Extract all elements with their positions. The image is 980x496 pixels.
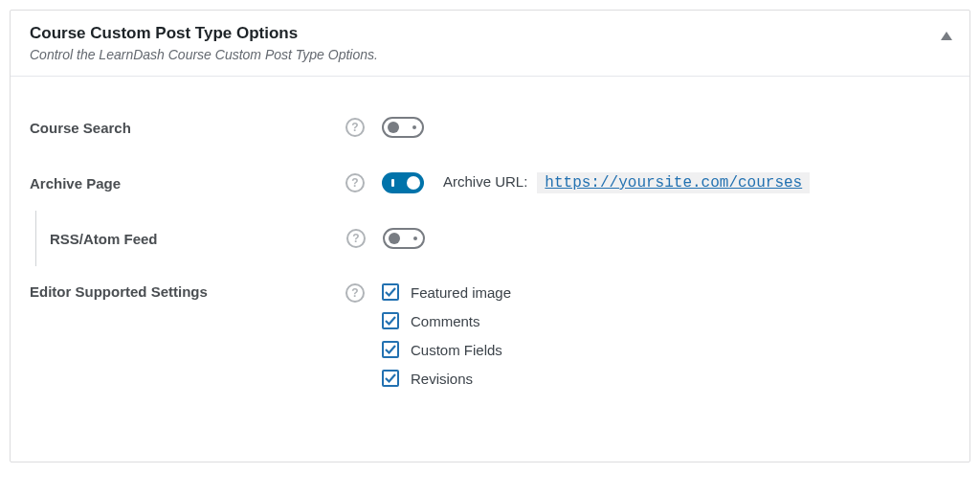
toggle-dot xyxy=(413,237,417,240)
toggle-dot xyxy=(412,125,416,129)
checkbox-comments[interactable] xyxy=(382,312,399,329)
toggle-knob xyxy=(389,233,400,244)
check-icon xyxy=(385,372,396,384)
row-editor-settings: Editor Supported Settings ? Featured ima… xyxy=(30,266,950,404)
settings-panel: Course Custom Post Type Options Control … xyxy=(10,10,970,462)
check-label: Revisions xyxy=(411,371,473,387)
toggle-course-search[interactable] xyxy=(382,117,424,138)
checkbox-list: Featured image Comments Custom Fields xyxy=(382,283,511,387)
help-icon[interactable]: ? xyxy=(345,173,365,192)
row-rss-feed: RSS/Atom Feed ? xyxy=(35,211,950,266)
row-course-search: Course Search ? xyxy=(30,100,950,155)
panel-header: Course Custom Post Type Options Control … xyxy=(11,11,969,77)
toggle-rss-feed[interactable] xyxy=(383,228,425,249)
label-course-search: Course Search xyxy=(30,120,345,136)
archive-url-link[interactable]: https://yoursite.com/courses xyxy=(537,172,810,193)
check-item-custom-fields: Custom Fields xyxy=(382,341,511,358)
check-label: Comments xyxy=(411,313,480,329)
help-icon[interactable]: ? xyxy=(346,229,366,248)
archive-url-label: Archive URL: xyxy=(443,173,527,190)
help-icon[interactable]: ? xyxy=(345,283,365,303)
checkbox-custom-fields[interactable] xyxy=(382,341,399,358)
row-archive-page: Archive Page ? Archive URL: https://your… xyxy=(30,155,950,211)
check-icon xyxy=(385,315,396,327)
collapse-icon[interactable] xyxy=(941,32,952,40)
checkbox-featured-image[interactable] xyxy=(382,283,399,301)
toggle-knob xyxy=(407,176,420,190)
toggle-knob xyxy=(388,122,399,133)
toggle-indicator xyxy=(391,179,394,187)
check-label: Custom Fields xyxy=(411,342,502,358)
toggle-archive-page[interactable] xyxy=(382,172,424,193)
label-archive-page: Archive Page xyxy=(30,175,345,192)
label-rss-feed: RSS/Atom Feed xyxy=(50,231,346,247)
panel-subtitle: Control the LearnDash Course Custom Post… xyxy=(30,47,950,62)
check-icon xyxy=(385,286,396,298)
check-item-comments: Comments xyxy=(382,312,511,329)
check-item-revisions: Revisions xyxy=(382,370,511,387)
panel-body: Course Search ? Archive Page ? Archive U… xyxy=(11,77,969,462)
label-editor-settings: Editor Supported Settings xyxy=(30,283,345,300)
help-icon[interactable]: ? xyxy=(345,118,365,137)
check-icon xyxy=(385,344,396,355)
panel-title: Course Custom Post Type Options xyxy=(30,24,950,43)
check-label: Featured image xyxy=(411,284,511,301)
archive-url-wrap: Archive URL: https://yoursite.com/course… xyxy=(443,172,810,193)
checkbox-revisions[interactable] xyxy=(382,370,399,387)
check-item-featured-image: Featured image xyxy=(382,283,511,301)
